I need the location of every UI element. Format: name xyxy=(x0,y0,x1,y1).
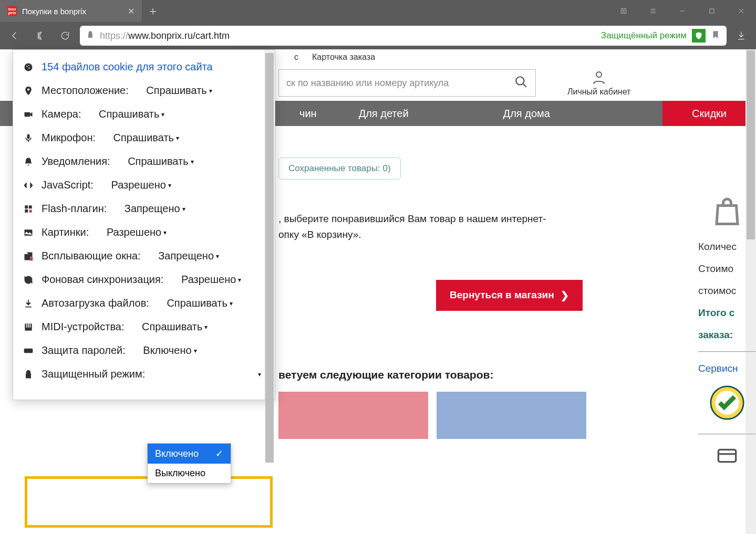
svg-point-6 xyxy=(25,63,33,71)
perm-row-flash[interactable]: Flash-плагин: Запрещено▾ xyxy=(13,197,275,221)
category-item[interactable]: Для детей xyxy=(338,101,430,126)
secure-mode-dropdown: Включено✓ Выключено xyxy=(147,443,231,484)
topnav-link[interactable]: с xyxy=(294,53,298,62)
person-icon xyxy=(591,69,607,85)
dropdown-option-off[interactable]: Выключено xyxy=(148,464,231,483)
perm-row-javascript[interactable]: JavaScript: Разрешено▾ xyxy=(13,173,275,197)
perm-row-images[interactable]: Картинки: Разрешено▾ xyxy=(13,221,275,244)
category-item[interactable]: Для дома xyxy=(482,101,571,126)
perm-row-popups[interactable]: Всплывающие окна: Запрещено▾ xyxy=(13,244,275,268)
return-to-shop-button[interactable]: Вернуться в магазин❯ xyxy=(436,280,583,311)
perm-row-camera[interactable]: Камера: Спрашивать▾ xyxy=(13,102,275,126)
recommendation-tile[interactable] xyxy=(437,392,586,439)
password-icon xyxy=(23,345,34,356)
browser-tab[interactable]: bonprix Покупки в bonprix ✕ xyxy=(0,0,142,22)
recommendation-tile[interactable] xyxy=(278,392,428,439)
summary-total-label: Итого с xyxy=(698,307,756,319)
divider xyxy=(698,351,756,352)
perm-row-password-protect[interactable]: Защита паролей: Включено▾ xyxy=(13,339,275,362)
search-icon[interactable] xyxy=(514,75,528,91)
summary-qty-label: Количес xyxy=(698,241,756,253)
search-input[interactable]: ск по названию или номеру артикула xyxy=(278,69,536,97)
shield-icon[interactable] xyxy=(692,29,706,43)
svg-rect-5 xyxy=(718,449,736,462)
svg-rect-19 xyxy=(28,323,29,328)
chevron-right-icon: ❯ xyxy=(561,289,569,301)
bookmark-icon[interactable] xyxy=(711,30,720,41)
svg-rect-20 xyxy=(30,323,31,328)
category-item-sale[interactable]: Скидки xyxy=(662,101,756,126)
summary-cost2-label: стоимос xyxy=(698,285,756,297)
maximize-button[interactable] xyxy=(697,0,727,22)
image-icon xyxy=(23,227,34,238)
close-tab-button[interactable]: ✕ xyxy=(128,6,134,16)
browser-toolbar: https://www.bonprix.ru/cart.htm Защищённ… xyxy=(0,22,756,49)
recommendations-title: ветуем следующие категории товаров: xyxy=(278,369,756,381)
account-link[interactable]: Личный кабинет xyxy=(567,69,630,97)
service-link[interactable]: Сервисн xyxy=(698,363,756,374)
account-label: Личный кабинет xyxy=(567,87,630,97)
perm-row-location[interactable]: Местоположение: Спрашивать▾ xyxy=(13,79,275,102)
svg-point-24 xyxy=(30,350,31,351)
lock-icon xyxy=(23,369,34,380)
svg-point-9 xyxy=(28,65,29,66)
perm-row-secure-mode[interactable]: Защищенный режим:▾ xyxy=(13,362,275,386)
new-tab-button[interactable]: ＋ xyxy=(142,0,164,22)
panel-scrollbar-thumb[interactable] xyxy=(265,53,274,463)
perm-row-auto-download[interactable]: Автозагрузка файлов: Спрашивать▾ xyxy=(13,291,275,315)
code-icon xyxy=(23,180,34,191)
saved-items-tab[interactable]: Сохраненные товары: 0) xyxy=(278,158,401,180)
secure-mode-label: Защищённый режим xyxy=(601,30,687,41)
svg-rect-14 xyxy=(25,229,33,236)
category-item[interactable]: чин xyxy=(278,101,338,126)
perm-row-background-sync[interactable]: Фоновая синхронизация: Разрешено▾ xyxy=(13,268,275,291)
bell-icon xyxy=(23,156,34,167)
svg-point-22 xyxy=(26,350,27,351)
check-icon: ✓ xyxy=(215,448,223,459)
reading-mode-icon[interactable] xyxy=(609,0,638,22)
svg-point-7 xyxy=(26,66,27,67)
url-text: https://www.bonprix.ru/cart.htm xyxy=(100,30,230,41)
favicon-icon: bonprix xyxy=(7,6,17,16)
bag-icon xyxy=(711,196,743,231)
camera-icon xyxy=(23,109,34,120)
svg-point-23 xyxy=(28,350,29,351)
summary-order-label: заказа: xyxy=(698,329,756,341)
svg-rect-16 xyxy=(30,257,33,260)
download-icon xyxy=(23,298,34,309)
reload-button[interactable] xyxy=(55,25,76,46)
perm-row-midi[interactable]: MIDI-устройства: Спрашивать▾ xyxy=(13,315,275,339)
summary-cost-label: Стоимо xyxy=(698,263,756,275)
location-icon xyxy=(23,86,34,96)
cookies-link[interactable]: 154 файлов cookie для этого сайта xyxy=(13,55,275,79)
perm-row-microphone[interactable]: Микрофон: Спрашивать▾ xyxy=(13,126,275,150)
empty-cart-message: , выберите понравившийся Вам товар в наш… xyxy=(278,211,756,243)
svg-rect-0 xyxy=(710,9,714,13)
topnav-link[interactable]: Карточка заказа xyxy=(312,53,375,62)
perm-row-notifications[interactable]: Уведомления: Спрашивать▾ xyxy=(13,150,275,173)
downloads-button[interactable] xyxy=(731,25,752,46)
panel-scrollbar-track[interactable] xyxy=(264,50,275,400)
plugin-icon xyxy=(23,204,34,214)
card-icon xyxy=(713,445,741,469)
search-placeholder: ск по названию или номеру артикула xyxy=(286,78,449,89)
close-window-button[interactable] xyxy=(727,0,756,22)
cookies-text: 154 файлов cookie для этого сайта xyxy=(42,61,213,73)
svg-rect-13 xyxy=(29,210,32,212)
window-titlebar: bonprix Покупки в bonprix ✕ ＋ xyxy=(0,0,756,22)
dropdown-option-on[interactable]: Включено✓ xyxy=(148,444,231,464)
back-button[interactable] xyxy=(4,25,25,46)
lock-icon[interactable] xyxy=(86,30,95,41)
svg-point-8 xyxy=(29,67,30,68)
menu-icon[interactable] xyxy=(638,0,668,22)
address-bar[interactable]: https://www.bonprix.ru/cart.htm Защищённ… xyxy=(80,26,727,46)
minimize-button[interactable] xyxy=(668,0,697,22)
cert-badge-icon xyxy=(709,385,745,423)
svg-point-10 xyxy=(27,88,29,90)
divider xyxy=(698,434,756,435)
yandex-home-button[interactable] xyxy=(29,25,50,46)
microphone-icon xyxy=(23,133,34,143)
svg-point-1 xyxy=(516,77,524,85)
svg-rect-18 xyxy=(26,323,27,328)
svg-point-2 xyxy=(596,72,602,77)
